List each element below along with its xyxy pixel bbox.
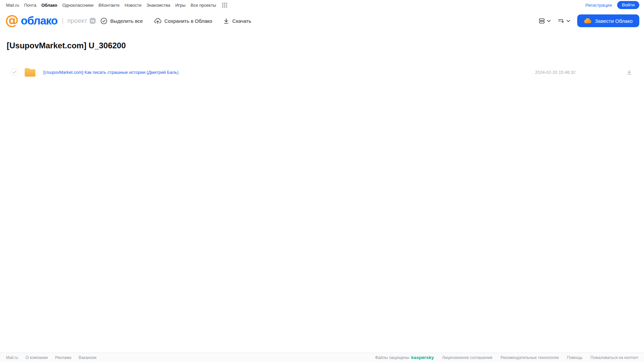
mailru-at-icon: @ <box>5 13 19 27</box>
save-to-cloud-label: Сохранить в Облако <box>164 18 212 24</box>
kaspersky-protection: Файлы защищены kaspersky <box>375 355 434 360</box>
nav-mailru[interactable]: Mail.ru <box>6 3 19 8</box>
footer-report-link[interactable]: Пожаловаться на контент <box>591 355 639 360</box>
files-protected-label: Файлы защищены <box>375 355 409 360</box>
header-right-controls: Завести Облако <box>539 14 639 27</box>
nav-pochta[interactable]: Почта <box>24 3 36 8</box>
cloud-header: @ облако | проект vk Выделить все Сохран… <box>0 10 644 32</box>
file-row[interactable]: [UsupovMarket.com] Как писать страшные и… <box>0 65 644 79</box>
footer: Mail.ru О компании Реклама Вакансии Файл… <box>0 353 644 362</box>
toolbar: Выделить все Сохранить в Облако Скачать <box>100 17 251 24</box>
page-title: [UsupovMarket.com] U_306200 <box>7 41 644 50</box>
select-all-button[interactable]: Выделить все <box>100 17 143 24</box>
footer-about-link[interactable]: О компании <box>26 355 48 360</box>
sort-dropdown[interactable] <box>558 18 570 23</box>
registration-link[interactable]: Регистрация <box>585 3 612 8</box>
cloud-upload-icon <box>154 17 161 24</box>
logo-divider: | <box>62 17 63 25</box>
portal-topbar: Mail.ru Почта Облако Одноклассники ВКонт… <box>0 0 644 10</box>
nav-igry[interactable]: Игры <box>175 3 186 8</box>
nav-znakomstva[interactable]: Знакомства <box>146 3 170 8</box>
footer-right-links: Файлы защищены kaspersky Лицензионное со… <box>375 355 639 360</box>
sort-icon <box>558 18 564 23</box>
file-date: 2024-02-20 15:46:32 <box>535 70 576 75</box>
main-content: [UsupovMarket.com] U_306200 [UsupovMarke… <box>0 32 644 353</box>
download-button[interactable]: Скачать <box>223 18 251 24</box>
nav-oblako[interactable]: Облако <box>41 3 57 8</box>
footer-help-link[interactable]: Помощь <box>567 355 582 360</box>
nav-vkontakte[interactable]: ВКонтакте <box>99 3 120 8</box>
view-mode-dropdown[interactable] <box>539 18 551 24</box>
get-cloud-button[interactable]: Завести Облако <box>577 14 639 27</box>
project-label: проект <box>67 17 87 24</box>
save-to-cloud-button[interactable]: Сохранить в Облако <box>154 17 212 24</box>
download-label: Скачать <box>232 18 251 24</box>
footer-recommendations-link[interactable]: Рекомендательные технологии <box>501 355 559 360</box>
all-projects-grid-icon[interactable] <box>222 3 227 8</box>
folder-icon[interactable] <box>24 67 36 77</box>
login-button[interactable]: Войти <box>617 1 639 9</box>
footer-jobs-link[interactable]: Вакансии <box>79 355 96 360</box>
chevron-down-icon <box>547 20 551 22</box>
circle-check-icon <box>100 17 107 24</box>
footer-left-links: Mail.ru О компании Реклама Вакансии <box>6 355 96 360</box>
footer-ads-link[interactable]: Реклама <box>55 355 71 360</box>
nav-novosti[interactable]: Новости <box>125 3 141 8</box>
nav-odnoklassniki[interactable]: Одноклассники <box>62 3 94 8</box>
footer-mailru-link[interactable]: Mail.ru <box>6 355 18 360</box>
row-checkbox[interactable] <box>11 68 18 76</box>
get-cloud-label: Завести Облако <box>595 18 633 24</box>
file-name-link[interactable]: [UsupovMarket.com] Как писать страшные и… <box>43 70 179 75</box>
kaspersky-logo[interactable]: kaspersky <box>411 355 434 360</box>
cloud-logo-icon <box>584 18 592 23</box>
portal-auth: Регистрация Войти <box>585 1 639 9</box>
row-download-icon[interactable] <box>627 69 632 75</box>
footer-license-link[interactable]: Лицензионное соглашение <box>442 355 492 360</box>
nav-all-projects[interactable]: Все проекты <box>191 3 216 8</box>
download-icon <box>223 18 229 24</box>
vk-badge-icon: vk <box>90 18 96 24</box>
portal-links: Mail.ru Почта Облако Одноклассники ВКонт… <box>6 3 227 8</box>
cloud-logo-text: облако <box>21 14 57 27</box>
cloud-logo[interactable]: @ облако | проект vk <box>5 14 96 27</box>
list-view-icon <box>539 18 545 24</box>
chevron-down-icon <box>566 20 570 22</box>
select-all-label: Выделить все <box>110 18 143 24</box>
